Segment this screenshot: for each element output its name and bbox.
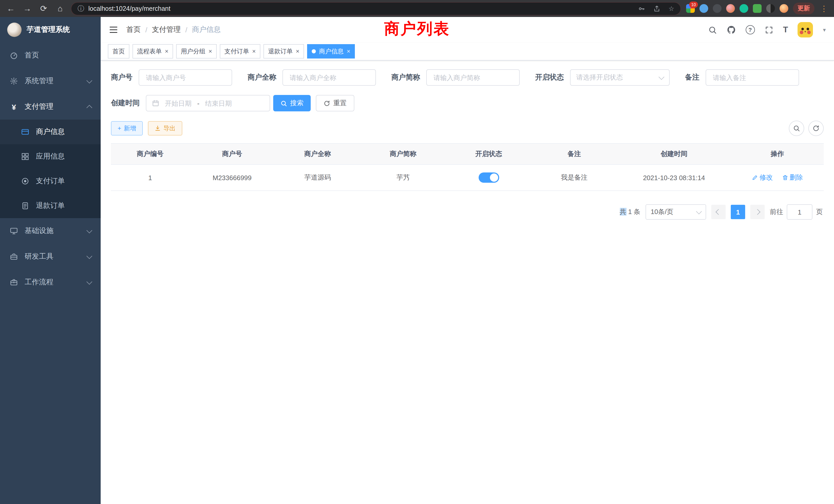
avatar-extension-icon[interactable]	[726, 4, 735, 13]
col-remark: 备注	[531, 143, 617, 164]
reset-button-label: 重置	[333, 98, 347, 108]
tab-home[interactable]: 首页	[108, 44, 129, 59]
reload-icon[interactable]: ⟳	[38, 4, 49, 13]
sidebar-item-devtools[interactable]: 研发工具	[0, 244, 101, 270]
bookmark-star-icon[interactable]: ☆	[668, 5, 674, 12]
sidebar-item-merchant-info[interactable]: 商户信息	[0, 120, 101, 144]
merchant-no-input[interactable]	[145, 73, 226, 82]
notes-extension-icon[interactable]	[753, 4, 762, 13]
search-button[interactable]: 搜索	[273, 95, 311, 111]
pagination-goto: 前往 页	[770, 204, 823, 220]
goto-label: 前往	[770, 207, 783, 216]
goto-page-input[interactable]	[787, 204, 812, 220]
date-separator: -	[197, 99, 199, 107]
status-toggle[interactable]	[478, 173, 499, 183]
col-status: 开启状态	[446, 143, 531, 164]
breadcrumb-item[interactable]: 首页	[126, 25, 141, 35]
profile-extension-icon[interactable]	[780, 4, 788, 13]
forward-icon[interactable]: →	[22, 4, 33, 13]
breadcrumb-current: 商户信息	[192, 25, 221, 35]
prev-page-button[interactable]	[711, 205, 726, 219]
target-icon	[21, 177, 30, 185]
sidebar-item-workflow[interactable]: 工作流程	[0, 270, 101, 295]
close-icon[interactable]: ×	[165, 48, 169, 54]
col-merchant-id: 商户编号	[111, 143, 189, 164]
sidebar-item-infrastructure[interactable]: 基础设施	[0, 218, 101, 244]
dark-extension-icon[interactable]	[713, 4, 722, 13]
page-size-value: 10条/页	[651, 207, 673, 216]
tab-label: 流程表单	[137, 47, 162, 56]
back-icon[interactable]: ←	[5, 4, 17, 13]
full-name-input[interactable]	[289, 73, 370, 82]
sidebar-item-refund-order[interactable]: 退款订单	[0, 193, 101, 218]
export-button[interactable]: 导出	[148, 121, 182, 136]
document-icon	[21, 202, 30, 210]
address-bar[interactable]: ⓘ localhost:1024/pay/merchant ☆	[71, 2, 681, 15]
delete-link[interactable]: 删除	[782, 173, 803, 182]
edit-link[interactable]: 修改	[752, 173, 773, 182]
browser-chrome: ← → ⟳ ⌂ ⓘ localhost:1024/pay/merchant ☆ …	[0, 0, 834, 17]
close-icon[interactable]: ×	[347, 48, 350, 54]
fullscreen-icon[interactable]	[764, 25, 773, 34]
font-size-icon[interactable]: T	[783, 25, 788, 35]
search-icon	[280, 100, 287, 107]
end-date-input[interactable]	[203, 99, 235, 107]
close-icon[interactable]: ×	[296, 48, 300, 54]
short-name-input[interactable]	[433, 73, 513, 82]
tab-label: 商户信息	[319, 47, 344, 56]
chevron-down-icon[interactable]: ▾	[823, 26, 826, 33]
reset-button[interactable]: 重置	[316, 95, 354, 111]
toggle-search-button[interactable]	[789, 121, 804, 136]
filter-label: 备注	[685, 73, 699, 82]
sidebar-item-app-info[interactable]: 应用信息	[0, 144, 101, 169]
app-logo[interactable]: 芋道管理系统	[0, 17, 101, 43]
cell-merchant-id: 1	[111, 164, 189, 191]
status-select[interactable]: 请选择开启状态	[570, 69, 670, 86]
help-icon[interactable]: ?	[745, 25, 755, 35]
page-size-select[interactable]: 10条/页	[645, 204, 706, 220]
next-page-button[interactable]	[750, 205, 765, 219]
tab-merchant-info[interactable]: 商户信息 ×	[307, 44, 355, 59]
collapse-sidebar-icon[interactable]	[109, 25, 118, 35]
check-extension-icon[interactable]	[740, 4, 748, 13]
table-header-row: 商户编号 商户号 商户全称 商户简称 开启状态 备注 创建时间 操作	[111, 143, 824, 164]
pinwheel-extension-icon[interactable]	[766, 4, 775, 13]
search-icon[interactable]	[708, 25, 717, 34]
close-icon[interactable]: ×	[208, 48, 212, 54]
tab-pay-order[interactable]: 支付订单 ×	[220, 44, 260, 59]
breadcrumb-item[interactable]: 支付管理	[152, 25, 181, 35]
tab-process-form[interactable]: 流程表单 ×	[132, 44, 173, 59]
sidebar-item-payment[interactable]: ¥ 支付管理	[0, 94, 101, 120]
github-icon[interactable]	[726, 25, 736, 35]
home-icon[interactable]: ⌂	[54, 4, 66, 13]
site-info-icon[interactable]: ⓘ	[78, 4, 84, 13]
annotation-text: 商户列表	[384, 19, 450, 40]
chevron-down-icon	[659, 74, 664, 80]
browser-menu-icon[interactable]: ⋮	[819, 4, 829, 13]
remark-input[interactable]	[712, 73, 793, 82]
edit-link-label: 修改	[760, 173, 773, 182]
tab-user-group[interactable]: 用户分组 ×	[176, 44, 217, 59]
page-number-button[interactable]: 1	[731, 205, 745, 219]
chevron-down-icon	[696, 208, 702, 214]
user-avatar[interactable]	[798, 22, 813, 38]
password-key-icon[interactable]	[638, 5, 645, 12]
sidebar-item-home[interactable]: 首页	[0, 43, 101, 68]
sidebar-item-label: 支付订单	[36, 177, 91, 186]
filter-create-time: 创建时间 -	[111, 95, 270, 111]
date-range-picker[interactable]: -	[146, 95, 270, 111]
share-icon[interactable]	[653, 5, 660, 12]
edit-pencil-icon	[752, 175, 758, 181]
close-icon[interactable]: ×	[252, 48, 256, 54]
refresh-table-button[interactable]	[808, 121, 824, 136]
extensions-puzzle-icon[interactable]: 10	[686, 4, 695, 13]
drop-extension-icon[interactable]	[699, 4, 708, 13]
tab-refund-order[interactable]: 退款订单 ×	[263, 44, 304, 59]
sidebar-item-system[interactable]: 系统管理	[0, 68, 101, 94]
start-date-input[interactable]	[162, 99, 194, 107]
browser-update-button[interactable]: 更新	[793, 3, 814, 14]
sidebar-item-pay-order[interactable]: 支付订单	[0, 169, 101, 193]
filter-remark: 备注	[685, 69, 799, 86]
calendar-icon	[152, 99, 159, 107]
add-button[interactable]: + 新增	[111, 121, 143, 136]
